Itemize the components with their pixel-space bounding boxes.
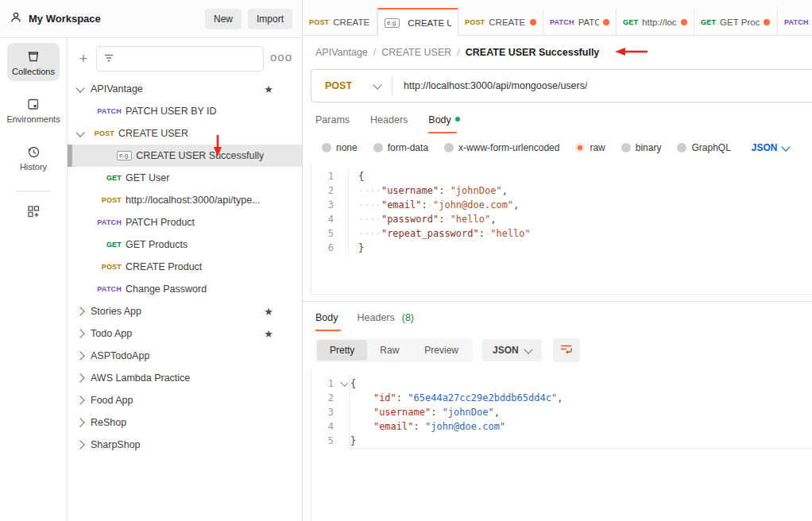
request-tab-3[interactable]: POSTCREATE U [458, 9, 543, 35]
request-tab-1[interactable]: POSTCREATE U [303, 9, 377, 35]
body-mode-binary[interactable]: binary [621, 142, 662, 153]
radio-none[interactable] [322, 143, 331, 152]
chevron-right-icon[interactable] [75, 307, 84, 315]
body-modes: noneform-datax-www-form-urlencodedrawbin… [322, 142, 731, 153]
new-button[interactable]: New [205, 9, 242, 29]
tree-row-create-user[interactable]: POSTCREATE USER [68, 122, 302, 145]
chevron-right-icon[interactable] [75, 329, 84, 338]
search-filter-box[interactable] [96, 46, 264, 71]
import-button[interactable]: Import [248, 9, 292, 29]
radio-x-www-form-urlencoded[interactable] [444, 143, 454, 152]
method-tag: POST [309, 18, 329, 26]
tree-row-todo-app[interactable]: Todo App★ [68, 322, 302, 345]
chevron-down-icon[interactable] [75, 83, 84, 92]
view-button-raw[interactable]: Raw [367, 340, 412, 361]
star-icon[interactable]: ★ [264, 83, 273, 95]
request-tab-headers[interactable]: Headers [370, 114, 408, 133]
tree-row-change-password[interactable]: PATCHChange Password [68, 278, 302, 300]
request-tab-body[interactable]: Body [428, 114, 460, 133]
code-text: { [348, 169, 364, 183]
body-mode-x-www-form-urlencoded[interactable]: x-www-form-urlencoded [444, 142, 559, 153]
rail-item-history[interactable]: History [7, 138, 60, 176]
breadcrumb-item-create-user[interactable]: CREATE USER [381, 47, 451, 58]
request-tab-7[interactable]: PATCHP [778, 9, 812, 35]
method-tag: PATCH [88, 285, 122, 293]
request-language-dropdown[interactable]: JSON [752, 142, 789, 153]
tree-row-patch-user-by-id[interactable]: PATCHPATCH USER BY ID [68, 100, 302, 122]
radio-raw[interactable] [575, 143, 585, 152]
breadcrumb-item-apivantage[interactable]: APIVantage [315, 47, 368, 58]
tree-row-get-user[interactable]: GETGET User [68, 167, 302, 189]
workspace-title[interactable]: My Workspace [29, 13, 101, 25]
pane-splitter[interactable] [303, 295, 812, 302]
chevron-right-icon[interactable] [75, 418, 84, 426]
more-options-icon[interactable]: ooo [270, 50, 294, 68]
tree-row-get-products[interactable]: GETGET Products [68, 233, 302, 256]
response-controls: PrettyRawPreview JSON [303, 331, 812, 370]
tree-row-reshop[interactable]: ReShop [68, 411, 302, 434]
tree-row-create-user-successfully[interactable]: e.g.CREATE USER Successfully [68, 145, 302, 167]
rail-item-environments[interactable]: Environments [7, 91, 60, 129]
code-bottom-border [349, 448, 812, 449]
method-tag: GET [88, 241, 122, 249]
token-key: "email" [373, 421, 414, 432]
request-body-editor[interactable]: 1{2····"username":·"johnDoe",3····"email… [311, 163, 812, 295]
code-line: 1{ [311, 169, 812, 183]
apps-grid-plus-icon[interactable] [26, 204, 41, 221]
rail-item-collections[interactable]: Collections [7, 43, 60, 81]
view-button-preview[interactable]: Preview [412, 340, 471, 361]
tree-row-food-app[interactable]: Food App [68, 389, 302, 411]
response-body-viewer[interactable]: 1{2 "id": "65e44a27cc29e2bddb65dd4c",3 "… [311, 370, 812, 521]
request-tab-6[interactable]: GETGET Proc [694, 9, 778, 35]
nav-rail: CollectionsEnvironmentsHistory [0, 38, 68, 521]
body-mode-raw[interactable]: raw [575, 142, 605, 153]
request-tab-5[interactable]: GEThttp://loc [617, 9, 694, 35]
chevron-right-icon[interactable] [75, 396, 84, 404]
tree-row-label: Change Password [126, 284, 207, 295]
chevron-down-icon [781, 142, 790, 151]
body-mode-label: binary [636, 142, 662, 153]
tree-row-label: http://localhost:3000/api/type... [126, 195, 261, 206]
request-tab-4[interactable]: PATCHPATCH [543, 9, 617, 35]
request-tab-params[interactable]: Params [315, 114, 350, 133]
star-icon[interactable]: ★ [264, 328, 273, 340]
tree-row-patch-product[interactable]: PATCHPATCH Product [68, 211, 302, 233]
response-tab-headers[interactable]: Headers (8) [358, 312, 415, 331]
token-sp [420, 421, 425, 432]
tree-row-sharpshop[interactable]: SharpShop [68, 434, 302, 456]
star-icon[interactable]: ★ [264, 306, 273, 318]
chevron-down-icon[interactable] [75, 128, 84, 137]
fold-chevron-icon[interactable] [338, 376, 349, 391]
tree-row-asptodoapp[interactable]: ASPTodoApp [68, 345, 302, 367]
radio-graphql[interactable] [677, 143, 686, 152]
url-input[interactable]: http://localhost:3000/api/mongoose/users… [392, 80, 587, 91]
method-selector[interactable]: POST [311, 80, 381, 91]
search-input[interactable] [119, 52, 257, 65]
body-mode-none[interactable]: none [322, 142, 358, 153]
chevron-right-icon[interactable] [75, 440, 84, 449]
code-text: "username": "johnDoe", [349, 405, 500, 419]
tree-row-http-localhost-3000-api-type[interactable]: POSThttp://localhost:3000/api/type... [68, 189, 302, 211]
body-mode-label: x-www-form-urlencoded [458, 142, 559, 153]
response-language-dropdown[interactable]: JSON [482, 339, 542, 361]
tree-row-aws-lambda-practice[interactable]: AWS Lambda Practice [68, 367, 302, 389]
token-sp [350, 407, 373, 418]
breadcrumb-item-create-user-successfully[interactable]: CREATE USER Successfully [466, 47, 600, 58]
chevron-right-icon[interactable] [75, 351, 84, 360]
tree-row-label: CREATE USER Successfully [136, 150, 264, 161]
code-line: 4····"password":·"hello", [311, 212, 812, 226]
radio-form-data[interactable] [373, 143, 383, 152]
response-tab-body[interactable]: Body [315, 312, 338, 331]
add-collection-button[interactable]: + [77, 52, 90, 65]
chevron-right-icon[interactable] [75, 373, 84, 382]
body-mode-graphql[interactable]: GraphQL [677, 142, 730, 153]
tree-row-stories-app[interactable]: Stories App★ [68, 300, 302, 322]
body-mode-form-data[interactable]: form-data [373, 142, 428, 153]
tree-row-apivantage[interactable]: APIVantage★ [68, 78, 302, 100]
view-button-pretty[interactable]: Pretty [317, 340, 367, 361]
radio-binary[interactable] [621, 143, 631, 152]
tree-row-create-product[interactable]: POSTCREATE Product [68, 256, 302, 278]
wrap-format-button[interactable] [553, 338, 580, 362]
rail-item-label: Collections [12, 67, 55, 76]
request-tab-2[interactable]: e.g.CREATE US [377, 8, 458, 36]
